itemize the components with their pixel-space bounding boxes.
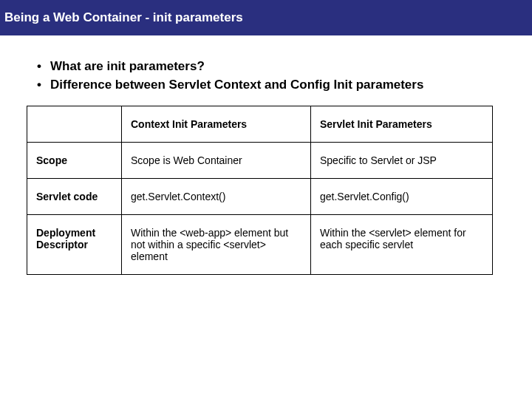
slide-body: What are init parameters? Difference bet… bbox=[0, 35, 532, 282]
table-corner-cell bbox=[27, 106, 122, 143]
table-cell: Within the <web-app> element but not wit… bbox=[122, 215, 311, 275]
table-header-row: Context Init Parameters Servlet Init Par… bbox=[27, 106, 493, 143]
bullet-item: Difference between Servlet Context and C… bbox=[37, 76, 510, 95]
table-row: Deployment Descriptor Within the <web-ap… bbox=[27, 215, 493, 275]
table-row: Scope Scope is Web Container Specific to… bbox=[27, 143, 493, 179]
table-cell: get.Servlet.Context() bbox=[122, 179, 311, 215]
table-cell: Within the <servlet> element for each sp… bbox=[311, 215, 493, 275]
table-row-label: Scope bbox=[27, 143, 122, 179]
table-row-label: Deployment Descriptor bbox=[27, 215, 122, 275]
table-row-label: Servlet code bbox=[27, 179, 122, 215]
table-cell: get.Servlet.Config() bbox=[311, 179, 493, 215]
table-cell: Scope is Web Container bbox=[122, 143, 311, 179]
bullet-list: What are init parameters? Difference bet… bbox=[22, 58, 510, 94]
slide-title-bar: Being a Web Container - init parameters bbox=[0, 0, 532, 35]
table-col-header: Context Init Parameters bbox=[122, 106, 311, 143]
bullet-item: What are init parameters? bbox=[37, 58, 510, 76]
table-cell: Specific to Servlet or JSP bbox=[311, 143, 493, 179]
comparison-table: Context Init Parameters Servlet Init Par… bbox=[27, 106, 493, 275]
table-col-header: Servlet Init Parameters bbox=[311, 106, 493, 143]
slide-title: Being a Web Container - init parameters bbox=[4, 10, 243, 24]
table-row: Servlet code get.Servlet.Context() get.S… bbox=[27, 179, 493, 215]
